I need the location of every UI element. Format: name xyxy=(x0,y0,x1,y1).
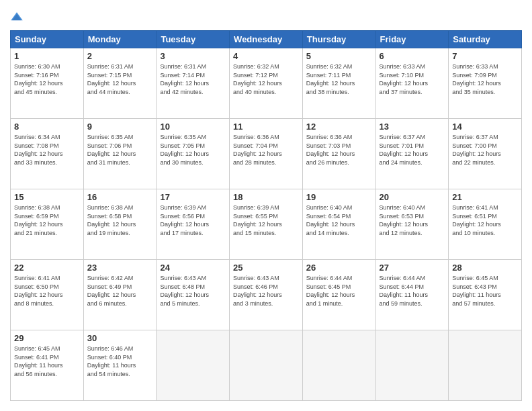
calendar-cell-9: 9Sunrise: 6:35 AMSunset: 7:06 PMDaylight… xyxy=(83,119,157,189)
calendar-cell-24: 24Sunrise: 6:43 AMSunset: 6:48 PMDayligh… xyxy=(157,260,230,330)
calendar-cell-10: 10Sunrise: 6:35 AMSunset: 7:05 PMDayligh… xyxy=(157,119,230,189)
calendar-cell-11: 11Sunrise: 6:36 AMSunset: 7:04 PMDayligh… xyxy=(230,119,303,189)
weekday-header-sunday: Sunday xyxy=(11,31,84,48)
calendar-cell-4: 4Sunrise: 6:32 AMSunset: 7:12 PMDaylight… xyxy=(230,48,303,119)
week-row-4: 22Sunrise: 6:41 AMSunset: 6:50 PMDayligh… xyxy=(11,260,522,330)
calendar-cell-21: 21Sunrise: 6:41 AMSunset: 6:51 PMDayligh… xyxy=(449,189,522,260)
calendar-cell-5: 5Sunrise: 6:32 AMSunset: 7:11 PMDaylight… xyxy=(302,48,375,119)
calendar-cell-18: 18Sunrise: 6:39 AMSunset: 6:55 PMDayligh… xyxy=(230,189,303,260)
weekday-header-friday: Friday xyxy=(375,31,449,48)
calendar-cell-16: 16Sunrise: 6:38 AMSunset: 6:58 PMDayligh… xyxy=(83,189,157,260)
page: SundayMondayTuesdayWednesdayThursdayFrid… xyxy=(0,0,532,411)
calendar-cell-27: 27Sunrise: 6:44 AMSunset: 6:44 PMDayligh… xyxy=(375,260,449,330)
calendar-cell-17: 17Sunrise: 6:39 AMSunset: 6:56 PMDayligh… xyxy=(157,189,230,260)
calendar-cell-empty-4-6 xyxy=(449,330,522,401)
weekday-header-monday: Monday xyxy=(83,31,157,48)
calendar-cell-3: 3Sunrise: 6:31 AMSunset: 7:14 PMDaylight… xyxy=(157,48,230,119)
week-row-2: 8Sunrise: 6:34 AMSunset: 7:08 PMDaylight… xyxy=(11,119,522,189)
calendar-cell-28: 28Sunrise: 6:45 AMSunset: 6:43 PMDayligh… xyxy=(449,260,522,330)
calendar-cell-empty-4-2 xyxy=(157,330,230,401)
calendar-cell-6: 6Sunrise: 6:33 AMSunset: 7:10 PMDaylight… xyxy=(375,48,449,119)
calendar-cell-19: 19Sunrise: 6:40 AMSunset: 6:54 PMDayligh… xyxy=(302,189,375,260)
weekday-header-wednesday: Wednesday xyxy=(230,31,303,48)
calendar-cell-14: 14Sunrise: 6:37 AMSunset: 7:00 PMDayligh… xyxy=(449,119,522,189)
logo-icon xyxy=(10,10,24,24)
weekday-header-thursday: Thursday xyxy=(302,31,375,48)
calendar-cell-30: 30Sunrise: 6:46 AMSunset: 6:40 PMDayligh… xyxy=(83,330,157,401)
logo xyxy=(10,10,26,24)
calendar-cell-22: 22Sunrise: 6:41 AMSunset: 6:50 PMDayligh… xyxy=(11,260,84,330)
calendar-cell-2: 2Sunrise: 6:31 AMSunset: 7:15 PMDaylight… xyxy=(83,48,157,119)
calendar-cell-empty-4-3 xyxy=(230,330,303,401)
calendar-cell-13: 13Sunrise: 6:37 AMSunset: 7:01 PMDayligh… xyxy=(375,119,449,189)
weekday-header-tuesday: Tuesday xyxy=(157,31,230,48)
calendar-cell-29: 29Sunrise: 6:45 AMSunset: 6:41 PMDayligh… xyxy=(11,330,84,401)
week-row-5: 29Sunrise: 6:45 AMSunset: 6:41 PMDayligh… xyxy=(11,330,522,401)
weekday-header-saturday: Saturday xyxy=(449,31,522,48)
calendar-cell-25: 25Sunrise: 6:43 AMSunset: 6:46 PMDayligh… xyxy=(230,260,303,330)
weekday-header-row: SundayMondayTuesdayWednesdayThursdayFrid… xyxy=(11,31,522,48)
week-row-3: 15Sunrise: 6:38 AMSunset: 6:59 PMDayligh… xyxy=(11,189,522,260)
week-row-1: 1Sunrise: 6:30 AMSunset: 7:16 PMDaylight… xyxy=(11,48,522,119)
calendar-cell-12: 12Sunrise: 6:36 AMSunset: 7:03 PMDayligh… xyxy=(302,119,375,189)
calendar-cell-empty-4-5 xyxy=(375,330,449,401)
header xyxy=(10,10,522,24)
calendar: SundayMondayTuesdayWednesdayThursdayFrid… xyxy=(10,30,522,401)
calendar-cell-15: 15Sunrise: 6:38 AMSunset: 6:59 PMDayligh… xyxy=(11,189,84,260)
calendar-cell-1: 1Sunrise: 6:30 AMSunset: 7:16 PMDaylight… xyxy=(11,48,84,119)
calendar-cell-26: 26Sunrise: 6:44 AMSunset: 6:45 PMDayligh… xyxy=(302,260,375,330)
calendar-cell-20: 20Sunrise: 6:40 AMSunset: 6:53 PMDayligh… xyxy=(375,189,449,260)
calendar-cell-7: 7Sunrise: 6:33 AMSunset: 7:09 PMDaylight… xyxy=(449,48,522,119)
calendar-cell-empty-4-4 xyxy=(302,330,375,401)
calendar-cell-8: 8Sunrise: 6:34 AMSunset: 7:08 PMDaylight… xyxy=(11,119,84,189)
calendar-cell-23: 23Sunrise: 6:42 AMSunset: 6:49 PMDayligh… xyxy=(83,260,157,330)
